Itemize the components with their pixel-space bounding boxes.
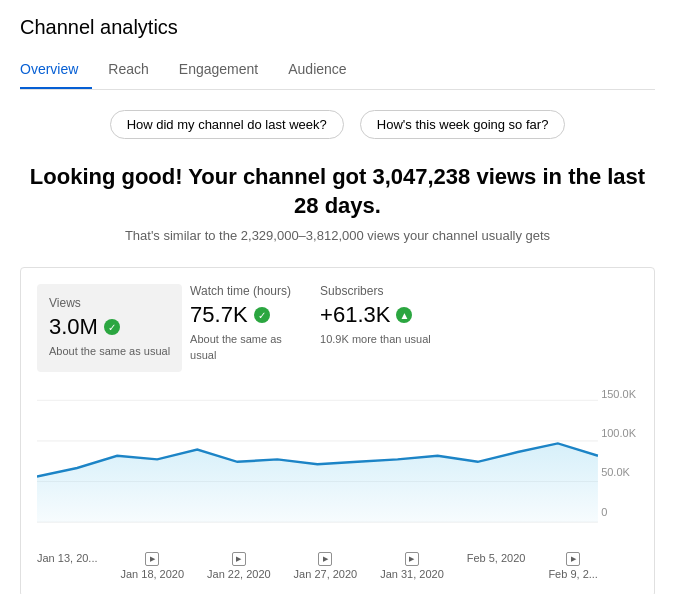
timeline-play-icon[interactable]: ▶ — [405, 552, 419, 566]
watch-time-label: Watch time (hours) — [190, 284, 304, 298]
tab-overview[interactable]: Overview — [20, 53, 92, 89]
timeline-date: Jan 31, 2020 — [380, 568, 444, 580]
timeline-row: Jan 13, 20... ▶ Jan 18, 2020 ▶ Jan 22, 2… — [37, 552, 638, 580]
hero-subtitle: That's similar to the 2,329,000–3,812,00… — [20, 228, 655, 243]
timeline-date: Jan 13, 20... — [37, 552, 98, 564]
quick-question-last-week[interactable]: How did my channel do last week? — [110, 110, 344, 139]
quick-question-this-week[interactable]: How's this week going so far? — [360, 110, 566, 139]
views-desc: About the same as usual — [49, 344, 170, 359]
y-label-100k: 100.0K — [601, 427, 636, 439]
timeline-play-icon[interactable]: ▶ — [318, 552, 332, 566]
timeline-play-icon[interactable]: ▶ — [566, 552, 580, 566]
timeline-date: Jan 18, 2020 — [120, 568, 184, 580]
watch-time-check-icon: ✓ — [254, 307, 270, 323]
subscribers-value: +61.3K ▲ — [320, 302, 434, 328]
hero-section: Looking good! Your channel got 3,047,238… — [20, 163, 655, 243]
timeline-play-icon[interactable]: ▶ — [145, 552, 159, 566]
subscribers-label: Subscribers — [320, 284, 434, 298]
timeline-feb9: ▶ Feb 9, 2... — [548, 552, 598, 580]
timeline-date: Jan 27, 2020 — [294, 568, 358, 580]
chart-area: 150.0K 100.0K 50.0K 0 — [37, 388, 638, 548]
chart-svg — [37, 388, 638, 548]
subscribers-desc: 10.9K more than usual — [320, 332, 434, 347]
hero-title: Looking good! Your channel got 3,047,238… — [20, 163, 655, 220]
watch-time-value: 75.7K ✓ — [190, 302, 304, 328]
timeline-jan31: ▶ Jan 31, 2020 — [380, 552, 444, 580]
timeline-date: Feb 5, 2020 — [467, 552, 526, 564]
tab-audience[interactable]: Audience — [288, 53, 360, 89]
timeline-jan18: ▶ Jan 18, 2020 — [120, 552, 184, 580]
timeline-jan13: Jan 13, 20... — [37, 552, 98, 580]
timeline-play-icon[interactable]: ▶ — [232, 552, 246, 566]
watch-time-desc: About the same as usual — [190, 332, 304, 363]
metrics-row: Views 3.0M ✓ About the same as usual Wat… — [37, 284, 638, 371]
timeline-date: Feb 9, 2... — [548, 568, 598, 580]
chart-y-labels: 150.0K 100.0K 50.0K 0 — [601, 388, 638, 518]
metrics-card: Views 3.0M ✓ About the same as usual Wat… — [20, 267, 655, 594]
views-check-icon: ✓ — [104, 319, 120, 335]
y-label-150k: 150.0K — [601, 388, 636, 400]
timeline-jan27: ▶ Jan 27, 2020 — [294, 552, 358, 580]
y-label-0: 0 — [601, 506, 636, 518]
subscribers-arrow-icon: ▲ — [396, 307, 412, 323]
views-label: Views — [49, 296, 170, 310]
timeline-date: Jan 22, 2020 — [207, 568, 271, 580]
views-value: 3.0M ✓ — [49, 314, 170, 340]
metric-subscribers: Subscribers +61.3K ▲ 10.9K more than usu… — [320, 284, 450, 371]
metric-watch-time: Watch time (hours) 75.7K ✓ About the sam… — [190, 284, 320, 371]
timeline-jan22: ▶ Jan 22, 2020 — [207, 552, 271, 580]
tabs-bar: Overview Reach Engagement Audience — [20, 53, 655, 90]
timeline-feb5: Feb 5, 2020 — [467, 552, 526, 580]
quick-questions-row: How did my channel do last week? How's t… — [20, 110, 655, 139]
tab-engagement[interactable]: Engagement — [179, 53, 272, 89]
metric-views: Views 3.0M ✓ About the same as usual — [37, 284, 182, 371]
page-title: Channel analytics — [20, 16, 655, 39]
tab-reach[interactable]: Reach — [108, 53, 162, 89]
y-label-50k: 50.0K — [601, 466, 636, 478]
